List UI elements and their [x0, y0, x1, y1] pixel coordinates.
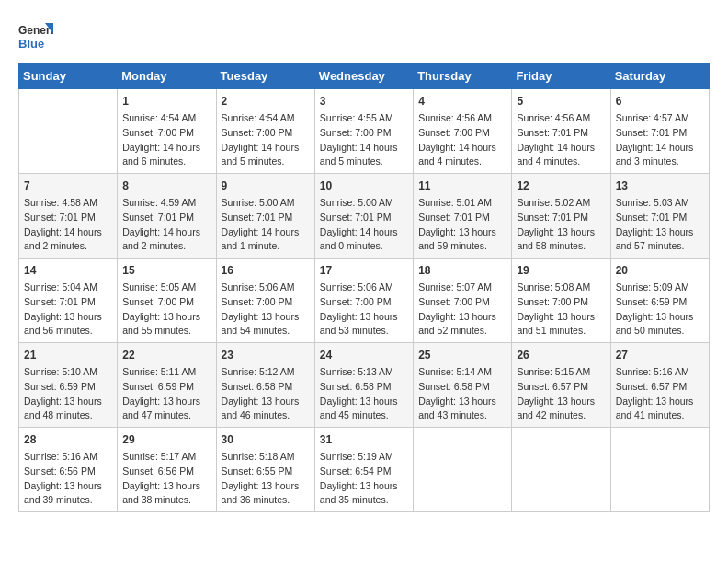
day-number: 11	[418, 178, 506, 194]
day-info: Sunrise: 5:09 AMSunset: 6:59 PMDaylight:…	[616, 281, 704, 339]
calendar-cell: 23Sunrise: 5:12 AMSunset: 6:58 PMDayligh…	[216, 343, 314, 428]
calendar-cell: 10Sunrise: 5:00 AMSunset: 7:01 PMDayligh…	[314, 174, 413, 259]
calendar-week-row: 28Sunrise: 5:16 AMSunset: 6:56 PMDayligh…	[19, 428, 710, 512]
calendar-cell: 28Sunrise: 5:16 AMSunset: 6:56 PMDayligh…	[19, 428, 118, 512]
day-info: Sunrise: 5:17 AMSunset: 6:56 PMDaylight:…	[122, 450, 210, 508]
day-number: 12	[517, 178, 605, 194]
day-info: Sunrise: 5:18 AMSunset: 6:55 PMDaylight:…	[222, 450, 310, 508]
calendar-cell: 7Sunrise: 4:58 AMSunset: 7:01 PMDaylight…	[19, 174, 118, 259]
calendar-cell: 9Sunrise: 5:00 AMSunset: 7:01 PMDaylight…	[216, 174, 314, 259]
day-number: 3	[320, 93, 408, 109]
day-number: 16	[222, 262, 310, 279]
calendar-cell: 16Sunrise: 5:06 AMSunset: 7:00 PMDayligh…	[216, 259, 314, 343]
calendar-cell: 3Sunrise: 4:55 AMSunset: 7:00 PMDaylight…	[314, 89, 413, 174]
day-info: Sunrise: 5:12 AMSunset: 6:58 PMDaylight:…	[222, 365, 310, 423]
day-header: Saturday	[610, 63, 709, 89]
calendar-week-row: 1Sunrise: 4:54 AMSunset: 7:00 PMDaylight…	[19, 89, 710, 174]
day-number: 5	[517, 93, 605, 109]
day-number: 28	[24, 431, 112, 448]
day-info: Sunrise: 5:16 AMSunset: 6:57 PMDaylight:…	[616, 365, 704, 423]
day-info: Sunrise: 5:04 AMSunset: 7:01 PMDaylight:…	[24, 281, 112, 339]
calendar-table: SundayMondayTuesdayWednesdayThursdayFrid…	[18, 63, 710, 512]
day-header: Sunday	[19, 63, 118, 89]
calendar-cell: 31Sunrise: 5:19 AMSunset: 6:54 PMDayligh…	[314, 428, 413, 512]
day-number: 20	[616, 262, 704, 279]
calendar-cell	[414, 428, 512, 512]
calendar-cell	[19, 89, 118, 174]
calendar-cell: 12Sunrise: 5:02 AMSunset: 7:01 PMDayligh…	[512, 174, 610, 259]
day-info: Sunrise: 5:10 AMSunset: 6:59 PMDaylight:…	[24, 365, 112, 423]
calendar-week-row: 7Sunrise: 4:58 AMSunset: 7:01 PMDaylight…	[19, 174, 710, 259]
day-number: 8	[122, 178, 210, 194]
calendar-cell: 14Sunrise: 5:04 AMSunset: 7:01 PMDayligh…	[19, 259, 118, 343]
calendar-cell: 30Sunrise: 5:18 AMSunset: 6:55 PMDayligh…	[216, 428, 314, 512]
calendar-cell: 22Sunrise: 5:11 AMSunset: 6:59 PMDayligh…	[118, 343, 216, 428]
calendar-cell: 27Sunrise: 5:16 AMSunset: 6:57 PMDayligh…	[610, 343, 709, 428]
day-header: Tuesday	[216, 63, 314, 89]
calendar-cell: 15Sunrise: 5:05 AMSunset: 7:00 PMDayligh…	[118, 259, 216, 343]
day-info: Sunrise: 5:14 AMSunset: 6:58 PMDaylight:…	[418, 365, 506, 423]
day-number: 17	[320, 262, 408, 279]
day-number: 27	[616, 347, 704, 363]
logo: General Blue	[18, 18, 53, 53]
day-number: 24	[320, 347, 408, 363]
day-info: Sunrise: 5:03 AMSunset: 7:01 PMDaylight:…	[616, 196, 704, 254]
day-number: 4	[418, 93, 506, 109]
day-number: 21	[24, 347, 112, 363]
day-number: 2	[222, 93, 310, 109]
day-info: Sunrise: 5:02 AMSunset: 7:01 PMDaylight:…	[517, 196, 605, 254]
day-number: 29	[122, 431, 210, 448]
day-header: Friday	[512, 63, 610, 89]
day-info: Sunrise: 5:11 AMSunset: 6:59 PMDaylight:…	[122, 365, 210, 423]
logo-svg: General Blue	[18, 18, 53, 53]
calendar-week-row: 21Sunrise: 5:10 AMSunset: 6:59 PMDayligh…	[19, 343, 710, 428]
calendar-cell: 18Sunrise: 5:07 AMSunset: 7:00 PMDayligh…	[414, 259, 512, 343]
day-number: 25	[418, 347, 506, 363]
calendar-cell: 20Sunrise: 5:09 AMSunset: 6:59 PMDayligh…	[610, 259, 709, 343]
day-number: 23	[222, 347, 310, 363]
calendar-cell: 24Sunrise: 5:13 AMSunset: 6:58 PMDayligh…	[314, 343, 413, 428]
svg-text:Blue: Blue	[18, 37, 44, 51]
calendar-cell: 11Sunrise: 5:01 AMSunset: 7:01 PMDayligh…	[414, 174, 512, 259]
day-info: Sunrise: 5:05 AMSunset: 7:00 PMDaylight:…	[122, 281, 210, 339]
calendar-cell: 2Sunrise: 4:54 AMSunset: 7:00 PMDaylight…	[216, 89, 314, 174]
calendar-body: 1Sunrise: 4:54 AMSunset: 7:00 PMDaylight…	[19, 89, 710, 512]
day-info: Sunrise: 5:00 AMSunset: 7:01 PMDaylight:…	[320, 196, 408, 254]
day-info: Sunrise: 4:55 AMSunset: 7:00 PMDaylight:…	[320, 111, 408, 169]
day-header: Monday	[118, 63, 216, 89]
day-number: 9	[222, 178, 310, 194]
calendar-cell: 26Sunrise: 5:15 AMSunset: 6:57 PMDayligh…	[512, 343, 610, 428]
day-info: Sunrise: 4:59 AMSunset: 7:01 PMDaylight:…	[122, 196, 210, 254]
calendar-cell	[512, 428, 610, 512]
day-number: 19	[517, 262, 605, 279]
day-info: Sunrise: 5:13 AMSunset: 6:58 PMDaylight:…	[320, 365, 408, 423]
calendar-cell: 25Sunrise: 5:14 AMSunset: 6:58 PMDayligh…	[414, 343, 512, 428]
calendar-header-row: SundayMondayTuesdayWednesdayThursdayFrid…	[19, 63, 710, 89]
day-number: 18	[418, 262, 506, 279]
day-info: Sunrise: 5:06 AMSunset: 7:00 PMDaylight:…	[320, 281, 408, 339]
day-info: Sunrise: 4:56 AMSunset: 7:01 PMDaylight:…	[517, 111, 605, 169]
day-info: Sunrise: 4:54 AMSunset: 7:00 PMDaylight:…	[122, 111, 210, 169]
day-info: Sunrise: 5:15 AMSunset: 6:57 PMDaylight:…	[517, 365, 605, 423]
calendar-cell: 6Sunrise: 4:57 AMSunset: 7:01 PMDaylight…	[610, 89, 709, 174]
calendar-cell: 4Sunrise: 4:56 AMSunset: 7:00 PMDaylight…	[414, 89, 512, 174]
day-info: Sunrise: 5:07 AMSunset: 7:00 PMDaylight:…	[418, 281, 506, 339]
day-number: 22	[122, 347, 210, 363]
day-info: Sunrise: 5:16 AMSunset: 6:56 PMDaylight:…	[24, 450, 112, 508]
day-number: 26	[517, 347, 605, 363]
day-number: 6	[616, 93, 704, 109]
day-number: 10	[320, 178, 408, 194]
day-number: 7	[24, 178, 112, 194]
calendar-cell: 19Sunrise: 5:08 AMSunset: 7:00 PMDayligh…	[512, 259, 610, 343]
day-info: Sunrise: 5:06 AMSunset: 7:00 PMDaylight:…	[222, 281, 310, 339]
day-header: Thursday	[414, 63, 512, 89]
day-info: Sunrise: 5:19 AMSunset: 6:54 PMDaylight:…	[320, 450, 408, 508]
calendar-cell: 8Sunrise: 4:59 AMSunset: 7:01 PMDaylight…	[118, 174, 216, 259]
day-number: 13	[616, 178, 704, 194]
calendar-cell: 5Sunrise: 4:56 AMSunset: 7:01 PMDaylight…	[512, 89, 610, 174]
day-info: Sunrise: 4:57 AMSunset: 7:01 PMDaylight:…	[616, 111, 704, 169]
day-number: 31	[320, 431, 408, 448]
day-info: Sunrise: 4:58 AMSunset: 7:01 PMDaylight:…	[24, 196, 112, 254]
day-info: Sunrise: 5:01 AMSunset: 7:01 PMDaylight:…	[418, 196, 506, 254]
day-number: 30	[222, 431, 310, 448]
